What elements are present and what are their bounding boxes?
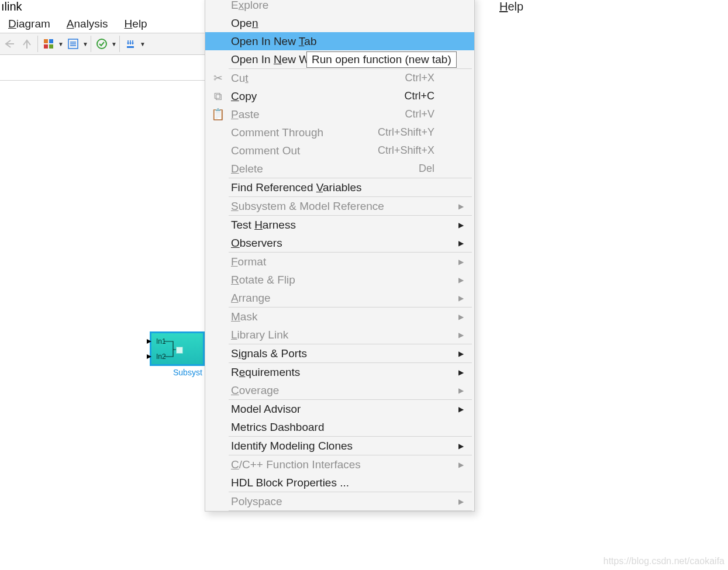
arrow-left-icon (4, 38, 15, 50)
model-browser-button[interactable] (40, 36, 57, 52)
ctx-open-new-tab[interactable]: Open In New Tab (205, 32, 474, 50)
ctx-requirements[interactable]: Requirements▶ (205, 363, 474, 381)
ctx-hdl-block-props[interactable]: HDL Block Properties ... (205, 474, 474, 492)
submenu-arrow-icon: ▶ (458, 221, 464, 229)
list-icon (67, 38, 79, 50)
submenu-arrow-icon: ▶ (458, 313, 464, 321)
ctx-separator (229, 510, 472, 511)
update-diagram-button[interactable] (94, 36, 110, 52)
ctx-identify-clones[interactable]: Identify Modeling Clones▶ (205, 437, 474, 455)
submenu-arrow-icon: ▶ (458, 258, 464, 266)
ctx-test-harness[interactable]: Test Harness▶ (205, 216, 474, 234)
dropdown-icon[interactable]: ▼ (82, 41, 88, 47)
ctx-signals-ports[interactable]: Signals & Ports▶ (205, 344, 474, 362)
paste-icon: 📋 (212, 109, 224, 120)
menu-help-2[interactable]: Help (499, 0, 523, 13)
block-inner-icon (176, 347, 183, 354)
toolbar-separator (37, 36, 38, 52)
nav-up-button[interactable] (19, 36, 35, 52)
submenu-arrow-icon: ▶ (458, 331, 464, 339)
submenu-arrow-icon: ▶ (458, 498, 464, 506)
ctx-cut[interactable]: ✂ CutCtrl+X (205, 69, 474, 87)
submenu-arrow-icon: ▶ (458, 461, 464, 469)
svg-rect-2 (44, 44, 48, 49)
ctx-comment-out[interactable]: Comment OutCtrl+Shift+X (205, 141, 474, 160)
toolbar-separator (91, 36, 91, 52)
submenu-arrow-icon: ▶ (458, 276, 464, 284)
submenu-arrow-icon: ▶ (458, 442, 464, 450)
submenu-arrow-icon: ▶ (458, 239, 464, 247)
ctx-rotate-flip[interactable]: Rotate & Flip▶ (205, 271, 474, 289)
ctx-find-ref-vars[interactable]: Find Referenced Variables (205, 178, 474, 196)
breadcrumb-bar (0, 55, 205, 81)
diagram-canvas[interactable]: In1 In2 Subsyst (0, 88, 205, 570)
toolbar: ▼ ▼ ▼ ▼ (0, 33, 205, 55)
submenu-arrow-icon: ▶ (458, 386, 464, 395)
ctx-observers[interactable]: Observers▶ (205, 234, 474, 252)
ctx-arrange[interactable]: Arrange▶ (205, 289, 474, 307)
svg-rect-0 (44, 39, 48, 43)
ctx-model-advisor[interactable]: Model Advisor▶ (205, 400, 474, 418)
subsystem-block[interactable]: In1 In2 (150, 331, 205, 366)
menu-analysis[interactable]: Analysis (62, 15, 113, 33)
submenu-arrow-icon: ▶ (458, 350, 464, 358)
library-browser-button[interactable] (65, 36, 81, 52)
watermark: https://blog.csdn.net/caokaifa (603, 556, 724, 566)
ctx-explore[interactable]: Explore (205, 0, 474, 14)
ctx-c-cpp-interfaces[interactable]: C/C++ Function Interfaces▶ (205, 455, 474, 474)
dropdown-icon[interactable]: ▼ (58, 41, 64, 47)
submenu-arrow-icon: ▶ (458, 405, 464, 413)
grid-icon (43, 38, 54, 50)
input-port-1[interactable] (147, 339, 151, 344)
ctx-copy[interactable]: ⧉ CopyCtrl+C (205, 87, 474, 105)
ctx-delete[interactable]: DeleteDel (205, 160, 474, 178)
dropdown-icon[interactable]: ▼ (111, 41, 117, 47)
ctx-polyspace[interactable]: Polyspace▶ (205, 492, 474, 510)
ctx-library-link[interactable]: Library Link▶ (205, 326, 474, 344)
tooltip: Run open function (new tab) (306, 51, 457, 68)
submenu-arrow-icon: ▶ (458, 294, 464, 302)
svg-rect-1 (49, 39, 53, 43)
build-button[interactable] (122, 36, 139, 52)
dropdown-icon[interactable]: ▼ (140, 41, 146, 47)
ctx-open[interactable]: Open (205, 14, 474, 32)
app-window: ılink Diagram Analysis Help Help ▼ ▼ ▼ (0, 0, 728, 570)
scissors-icon: ✂ (212, 72, 224, 84)
download-arrows-icon (125, 38, 136, 50)
svg-point-8 (97, 39, 106, 49)
ctx-subsystem-modelref[interactable]: Subsystem & Model Reference▶ (205, 197, 474, 215)
copy-icon: ⧉ (212, 91, 224, 102)
menu-diagram[interactable]: Diagram (4, 15, 55, 33)
ctx-paste[interactable]: 📋 PasteCtrl+V (205, 105, 474, 123)
context-menu: Explore Open Open In New Tab Open In New… (205, 0, 475, 512)
input-port-2[interactable] (147, 354, 151, 359)
ctx-metrics-dashboard[interactable]: Metrics Dashboard (205, 418, 474, 436)
ctx-coverage[interactable]: Coverage▶ (205, 381, 474, 399)
menu-help[interactable]: Help (120, 15, 152, 33)
ctx-comment-through[interactable]: Comment ThroughCtrl+Shift+Y (205, 123, 474, 141)
ctx-mask[interactable]: Mask▶ (205, 308, 474, 326)
menubar: Diagram Analysis Help (4, 15, 152, 33)
submenu-arrow-icon: ▶ (458, 202, 464, 210)
check-circle-icon (96, 38, 108, 50)
svg-rect-9 (127, 46, 134, 48)
title-fragment: ılink (1, 0, 22, 13)
submenu-arrow-icon: ▶ (458, 368, 464, 376)
toolbar-separator (119, 36, 120, 52)
svg-rect-3 (49, 44, 53, 49)
block-caption[interactable]: Subsyst (173, 368, 202, 377)
nav-back-button[interactable] (1, 36, 18, 52)
ctx-format[interactable]: Format▶ (205, 253, 474, 271)
arrow-up-icon (21, 38, 33, 50)
